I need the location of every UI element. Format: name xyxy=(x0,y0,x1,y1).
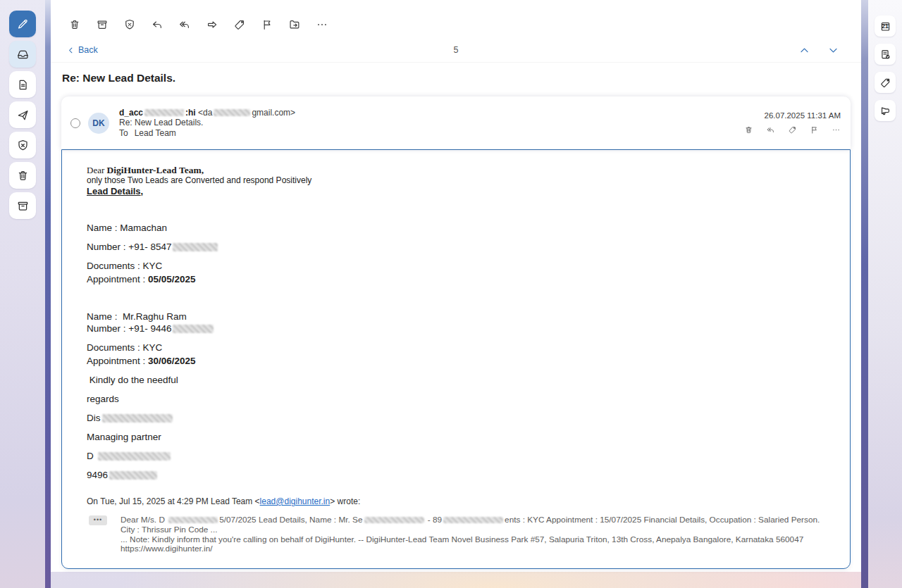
text-segment: 9496 xyxy=(87,470,108,480)
email-link[interactable]: lead@digihunter.in xyxy=(260,496,330,506)
back-button[interactable]: Back xyxy=(67,45,98,55)
text-segment: Name : Mamachan xyxy=(87,223,167,233)
redacted-text xyxy=(102,414,173,423)
body-line: Managing partner xyxy=(87,431,822,443)
tag-icon xyxy=(788,125,797,135)
text-segment: Documents : KYC xyxy=(87,261,162,271)
text-segment: <da xyxy=(196,108,213,118)
rail-calendar-button[interactable]: 21 xyxy=(875,15,896,37)
text-segment: Name : Mr.Raghu Ram xyxy=(87,311,187,322)
next-message-button[interactable] xyxy=(828,45,839,56)
reading-pane-toggle-button[interactable] xyxy=(16,567,29,580)
message-date: 26.07.2025 11:31 AM xyxy=(765,111,841,120)
gradient-divider-right xyxy=(861,0,868,588)
message-select-radio[interactable] xyxy=(70,118,80,128)
archive-icon xyxy=(96,18,109,31)
message-to-line: ToLead Team xyxy=(119,128,295,139)
redacted-sender xyxy=(144,109,184,116)
message-subject-line: Re: New Lead Details. xyxy=(119,118,295,128)
toolbar-more-button[interactable] xyxy=(316,18,328,31)
sidebar-item-archive[interactable] xyxy=(9,192,36,219)
body-line: only those Two Leads are Converted and r… xyxy=(87,175,822,186)
toolbar-spam-button[interactable] xyxy=(123,18,136,31)
page-title: Re: New Lead Details. xyxy=(62,72,861,85)
text-segment: D xyxy=(87,451,97,461)
text-segment: DigiHunter-Lead Team, xyxy=(107,165,204,175)
rail-announcements-button[interactable] xyxy=(875,100,896,121)
toolbar-forward-button[interactable] xyxy=(206,18,218,31)
forward-icon xyxy=(206,18,218,31)
toolbar-flag-button[interactable] xyxy=(261,18,273,31)
document-icon xyxy=(16,78,30,92)
reply-icon xyxy=(151,18,163,31)
sidebar-item-sent[interactable] xyxy=(9,101,36,128)
rail-tags-button[interactable] xyxy=(875,72,896,93)
text-segment: https://www.digihunter.in/ xyxy=(121,544,213,553)
redacted-text xyxy=(98,452,171,461)
rail-todo-button[interactable] xyxy=(875,44,896,65)
body-line: Documents : KYC xyxy=(87,260,822,272)
body-line: Lead Details, xyxy=(87,186,822,196)
toolbar-reply-all-button[interactable] xyxy=(178,18,191,31)
text-segment: regards xyxy=(87,394,119,404)
avatar: DK xyxy=(88,113,109,134)
sidebar-item-compose[interactable] xyxy=(9,11,36,37)
sidebar-item-inbox[interactable] xyxy=(9,41,36,68)
email-body-panel: Dear DigiHunter-Lead Team,only those Two… xyxy=(61,149,851,569)
body-line: regards xyxy=(87,393,822,405)
text-segment: Kindly do the needful xyxy=(87,375,178,385)
text-segment: Number : +91- 8547 xyxy=(87,242,171,252)
text-segment: Number : +91- 9446 xyxy=(87,323,171,334)
calendar-icon xyxy=(879,20,891,32)
body-line: Dear DigiHunter-Lead Team, xyxy=(87,165,822,175)
message-header: DK d_acc:hi <dagmail.com> Re: New Lead D… xyxy=(61,96,851,149)
body-line: Documents : KYC xyxy=(87,342,822,354)
text-segment: - 89 xyxy=(426,515,443,525)
sender-block: d_acc:hi <dagmail.com> Re: New Lead Deta… xyxy=(119,108,295,139)
sidebar-item-drafts[interactable] xyxy=(9,71,36,98)
toolbar-delete-button[interactable] xyxy=(68,18,81,31)
message-toolbar xyxy=(51,0,861,34)
message-more-button[interactable] xyxy=(832,125,841,135)
sidebar-item-trash[interactable] xyxy=(9,162,36,189)
text-segment: 5/07/2025 Lead Details, Name : Mr. Se xyxy=(219,515,362,525)
redacted-quote-text xyxy=(364,517,424,523)
message-tag-button[interactable] xyxy=(788,125,797,135)
inbox-icon xyxy=(16,48,30,61)
reply-all-icon xyxy=(766,125,775,135)
tag-icon xyxy=(879,77,891,89)
trash-icon xyxy=(68,18,81,31)
body-line: Kindly do the needful xyxy=(87,374,822,386)
text-segment: 30/06/2025 xyxy=(148,356,196,366)
archive-icon xyxy=(16,199,30,213)
toolbar-move-button[interactable] xyxy=(288,18,301,31)
message-nav-row: Back 5 xyxy=(51,38,861,63)
text-segment: :hi xyxy=(185,108,196,118)
toolbar-archive-button[interactable] xyxy=(96,18,109,31)
message-flag-button[interactable] xyxy=(810,125,819,135)
redacted-quote-text xyxy=(443,517,503,523)
quote-line: ... Note: Kindly inform that you're call… xyxy=(121,535,822,545)
quote-line: https://www.digihunter.in/ xyxy=(121,544,822,554)
header-right: 26.07.2025 11:31 AM xyxy=(744,111,841,135)
send-icon xyxy=(16,108,30,122)
text-segment: Lead Details xyxy=(87,186,141,196)
toolbar-reply-button[interactable] xyxy=(151,18,163,31)
reading-pane: Back 5 Re: New Lead Details. DK d_acc:hi… xyxy=(51,0,861,572)
toolbar-tag-button[interactable] xyxy=(233,18,246,31)
back-label: Back xyxy=(78,45,98,55)
quote-toggle-button[interactable]: ••• xyxy=(89,515,107,525)
quote-line: City : Thrissur Pin Code ... xyxy=(121,525,822,535)
message-reply-all-button[interactable] xyxy=(766,125,775,135)
previous-message-button[interactable] xyxy=(799,45,810,56)
sidebar-item-spam[interactable] xyxy=(9,132,36,158)
body-line: Number : +91- 8547 xyxy=(87,241,822,253)
text-segment: > wrote: xyxy=(330,496,360,506)
message-delete-button[interactable] xyxy=(744,125,753,135)
email-body-text: Dear DigiHunter-Lead Team,only those Two… xyxy=(87,165,822,481)
redacted-quote-text xyxy=(168,517,218,523)
message-position-indicator: 5 xyxy=(51,45,861,55)
text-segment: Dear xyxy=(87,165,107,175)
text-segment: only those Two Leads are Converted and r… xyxy=(87,175,311,185)
gradient-divider-left xyxy=(45,0,51,588)
